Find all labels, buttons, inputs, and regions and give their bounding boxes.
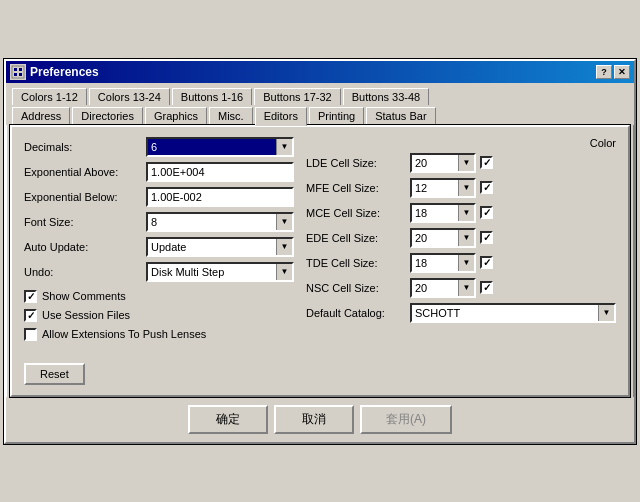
svg-rect-0 xyxy=(12,66,24,78)
window-controls: ? ✕ xyxy=(596,65,630,79)
mfe-checkbox[interactable] xyxy=(480,181,493,194)
tab-editors[interactable]: Editors xyxy=(255,107,307,126)
exp-above-input[interactable]: 1.00E+004 xyxy=(146,162,294,182)
app-icon xyxy=(10,64,26,80)
nsc-checkbox[interactable] xyxy=(480,281,493,294)
right-column: Color LDE Cell Size: 20 ▼ MFE Cell Size: xyxy=(306,137,616,385)
title-bar: Preferences ? ✕ xyxy=(6,61,634,83)
mce-checkbox[interactable] xyxy=(480,206,493,219)
allow-ext-label: Allow Extensions To Push Lenses xyxy=(42,328,206,340)
tab-graphics[interactable]: Graphics xyxy=(145,107,207,126)
bottom-bar: 确定 取消 套用(A) xyxy=(6,397,634,442)
nsc-label: NSC Cell Size: xyxy=(306,282,406,294)
cancel-button[interactable]: 取消 xyxy=(274,405,354,434)
font-size-row: Font Size: 8 ▼ xyxy=(24,212,294,232)
mce-select[interactable]: 18 ▼ xyxy=(410,203,476,223)
tde-label: TDE Cell Size: xyxy=(306,257,406,269)
tde-value: 18 xyxy=(412,255,458,271)
use-session-row[interactable]: Use Session Files xyxy=(24,309,294,322)
exp-above-label: Exponential Above: xyxy=(24,166,142,178)
exp-above-row: Exponential Above: 1.00E+004 xyxy=(24,162,294,182)
lde-select[interactable]: 20 ▼ xyxy=(410,153,476,173)
exp-below-input[interactable]: 1.00E-002 xyxy=(146,187,294,207)
show-comments-row[interactable]: Show Comments xyxy=(24,290,294,303)
auto-update-dropdown-arrow[interactable]: ▼ xyxy=(276,239,292,255)
use-session-label: Use Session Files xyxy=(42,309,130,321)
color-header-label: Color xyxy=(590,137,616,149)
reset-button[interactable]: Reset xyxy=(24,363,85,385)
undo-label: Undo: xyxy=(24,266,142,278)
tde-checkbox[interactable] xyxy=(480,256,493,269)
undo-select-wrapper: Disk Multi Step ▼ xyxy=(146,262,294,282)
tab-directories[interactable]: Directories xyxy=(72,107,143,126)
tab-row-1: Colors 1-12 Colors 13-24 Buttons 1-16 Bu… xyxy=(12,87,628,104)
decimals-row: Decimals: 6 ▼ xyxy=(24,137,294,157)
lde-value: 20 xyxy=(412,155,458,171)
tab-address[interactable]: Address xyxy=(12,107,70,126)
tab-buttons-17-32[interactable]: Buttons 17-32 xyxy=(254,88,341,105)
tab-colors-13-24[interactable]: Colors 13-24 xyxy=(89,88,170,105)
tab-container: Colors 1-12 Colors 13-24 Buttons 1-16 Bu… xyxy=(6,83,634,125)
decimals-select[interactable]: 6 ▼ xyxy=(146,137,294,157)
window-title: Preferences xyxy=(30,65,592,79)
decimals-value: 6 xyxy=(148,139,276,155)
svg-rect-3 xyxy=(14,73,17,76)
exp-below-row: Exponential Below: 1.00E-002 xyxy=(24,187,294,207)
nsc-dropdown-arrow[interactable]: ▼ xyxy=(458,280,474,296)
tab-printing[interactable]: Printing xyxy=(309,107,364,126)
lde-dropdown-arrow[interactable]: ▼ xyxy=(458,155,474,171)
mfe-select[interactable]: 12 ▼ xyxy=(410,178,476,198)
ede-checkbox[interactable] xyxy=(480,231,493,244)
font-size-select-wrapper: 8 ▼ xyxy=(146,212,294,232)
lde-checkbox[interactable] xyxy=(480,156,493,169)
use-session-checkbox[interactable] xyxy=(24,309,37,322)
tab-content: Decimals: 6 ▼ Exponential Above: 1.00E+0… xyxy=(10,125,630,397)
nsc-select[interactable]: 20 ▼ xyxy=(410,278,476,298)
ede-select[interactable]: 20 ▼ xyxy=(410,228,476,248)
show-comments-label: Show Comments xyxy=(42,290,126,302)
close-button[interactable]: ✕ xyxy=(614,65,630,79)
exp-above-input-wrapper: 1.00E+004 xyxy=(146,162,294,182)
show-comments-checkbox[interactable] xyxy=(24,290,37,303)
help-button[interactable]: ? xyxy=(596,65,612,79)
ede-dropdown-arrow[interactable]: ▼ xyxy=(458,230,474,246)
font-size-label: Font Size: xyxy=(24,216,142,228)
mce-dropdown-arrow[interactable]: ▼ xyxy=(458,205,474,221)
auto-update-row: Auto Update: Update ▼ xyxy=(24,237,294,257)
ok-button[interactable]: 确定 xyxy=(188,405,268,434)
color-header-row: Color xyxy=(306,137,616,149)
svg-rect-4 xyxy=(19,73,22,76)
tab-status-bar[interactable]: Status Bar xyxy=(366,107,435,126)
font-size-dropdown-arrow[interactable]: ▼ xyxy=(276,214,292,230)
tde-dropdown-arrow[interactable]: ▼ xyxy=(458,255,474,271)
default-catalog-select-wrapper: SCHOTT ▼ xyxy=(410,303,616,323)
tab-buttons-1-16[interactable]: Buttons 1-16 xyxy=(172,88,252,105)
lde-label: LDE Cell Size: xyxy=(306,157,406,169)
tde-select[interactable]: 18 ▼ xyxy=(410,253,476,273)
default-catalog-select[interactable]: SCHOTT ▼ xyxy=(410,303,616,323)
allow-ext-checkbox[interactable] xyxy=(24,328,37,341)
mfe-dropdown-arrow[interactable]: ▼ xyxy=(458,180,474,196)
default-catalog-dropdown-arrow[interactable]: ▼ xyxy=(598,305,614,321)
ede-value: 20 xyxy=(412,230,458,246)
undo-select[interactable]: Disk Multi Step ▼ xyxy=(146,262,294,282)
nsc-select-wrapper: 20 ▼ xyxy=(410,278,476,298)
font-size-select[interactable]: 8 ▼ xyxy=(146,212,294,232)
auto-update-select[interactable]: Update ▼ xyxy=(146,237,294,257)
undo-dropdown-arrow[interactable]: ▼ xyxy=(276,264,292,280)
tab-buttons-33-48[interactable]: Buttons 33-48 xyxy=(343,88,430,105)
tde-select-wrapper: 18 ▼ xyxy=(410,253,476,273)
mfe-value: 12 xyxy=(412,180,458,196)
mfe-row: MFE Cell Size: 12 ▼ xyxy=(306,178,616,198)
mce-label: MCE Cell Size: xyxy=(306,207,406,219)
tab-colors-1-12[interactable]: Colors 1-12 xyxy=(12,88,87,105)
mfe-label: MFE Cell Size: xyxy=(306,182,406,194)
mce-value: 18 xyxy=(412,205,458,221)
ede-label: EDE Cell Size: xyxy=(306,232,406,244)
tab-misc[interactable]: Misc. xyxy=(209,107,253,126)
apply-button[interactable]: 套用(A) xyxy=(360,405,452,434)
content-columns: Decimals: 6 ▼ Exponential Above: 1.00E+0… xyxy=(24,137,616,385)
allow-ext-row[interactable]: Allow Extensions To Push Lenses xyxy=(24,328,294,341)
decimals-dropdown-arrow[interactable]: ▼ xyxy=(276,139,292,155)
default-catalog-label: Default Catalog: xyxy=(306,307,406,319)
